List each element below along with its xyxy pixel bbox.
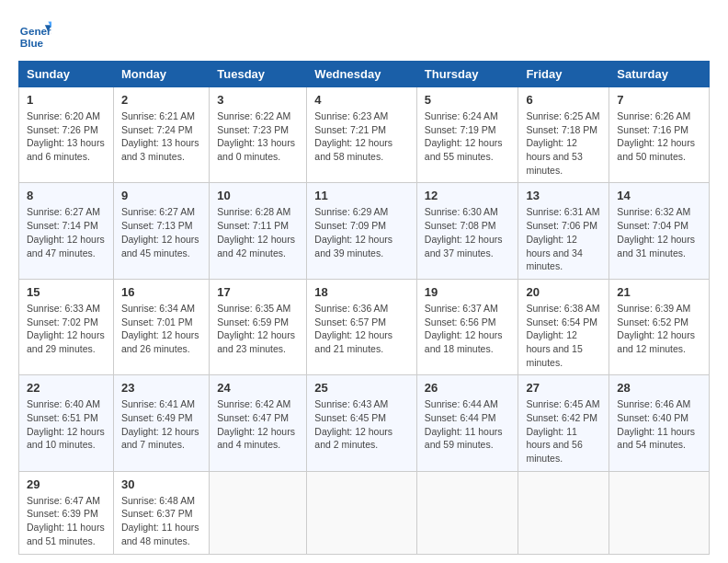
calendar-cell: 11Sunrise: 6:29 AMSunset: 7:09 PMDayligh…	[307, 183, 417, 279]
calendar-cell	[416, 471, 518, 554]
day-info: Sunrise: 6:39 AMSunset: 6:52 PMDaylight:…	[617, 302, 701, 356]
day-number: 12	[425, 189, 511, 202]
day-number: 2	[121, 93, 201, 107]
column-header-monday: Monday	[113, 62, 209, 87]
calendar-cell	[609, 471, 710, 554]
day-number: 15	[27, 285, 106, 299]
day-info: Sunrise: 6:48 AMSunset: 6:37 PMDaylight:…	[121, 494, 201, 548]
day-number: 11	[314, 189, 409, 202]
calendar-cell: 2Sunrise: 6:21 AMSunset: 7:24 PMDaylight…	[113, 87, 209, 183]
day-number: 29	[27, 477, 106, 491]
logo-icon: General Blue	[18, 18, 51, 52]
day-number: 14	[617, 189, 701, 202]
day-info: Sunrise: 6:40 AMSunset: 6:51 PMDaylight:…	[27, 397, 106, 452]
day-info: Sunrise: 6:27 AMSunset: 7:14 PMDaylight:…	[27, 205, 106, 259]
day-info: Sunrise: 6:33 AMSunset: 7:02 PMDaylight:…	[27, 302, 106, 356]
day-number: 19	[425, 285, 511, 299]
calendar-table: SundayMondayTuesdayWednesdayThursdayFrid…	[18, 61, 710, 555]
calendar-cell: 23Sunrise: 6:41 AMSunset: 6:49 PMDayligh…	[113, 375, 209, 471]
day-number: 21	[617, 285, 701, 299]
day-number: 5	[425, 93, 511, 107]
day-info: Sunrise: 6:25 AMSunset: 7:18 PMDaylight:…	[526, 109, 601, 177]
day-info: Sunrise: 6:45 AMSunset: 6:42 PMDaylight:…	[526, 397, 601, 465]
calendar-cell: 19Sunrise: 6:37 AMSunset: 6:56 PMDayligh…	[416, 279, 518, 374]
day-info: Sunrise: 6:31 AMSunset: 7:06 PMDaylight:…	[526, 205, 601, 272]
day-number: 6	[526, 93, 601, 107]
calendar-cell: 26Sunrise: 6:44 AMSunset: 6:44 PMDayligh…	[416, 375, 518, 471]
calendar-cell: 22Sunrise: 6:40 AMSunset: 6:51 PMDayligh…	[19, 375, 114, 471]
calendar-cell: 13Sunrise: 6:31 AMSunset: 7:06 PMDayligh…	[518, 183, 609, 279]
day-number: 18	[314, 285, 409, 299]
calendar-cell: 10Sunrise: 6:28 AMSunset: 7:11 PMDayligh…	[210, 183, 307, 279]
day-info: Sunrise: 6:38 AMSunset: 6:54 PMDaylight:…	[526, 302, 601, 369]
day-info: Sunrise: 6:37 AMSunset: 6:56 PMDaylight:…	[425, 302, 511, 356]
calendar-header: SundayMondayTuesdayWednesdayThursdayFrid…	[19, 62, 710, 87]
calendar-week-3: 15Sunrise: 6:33 AMSunset: 7:02 PMDayligh…	[19, 279, 710, 374]
day-number: 8	[27, 189, 106, 202]
day-info: Sunrise: 6:36 AMSunset: 6:57 PMDaylight:…	[314, 302, 409, 356]
calendar-cell: 9Sunrise: 6:27 AMSunset: 7:13 PMDaylight…	[113, 183, 209, 279]
column-header-saturday: Saturday	[609, 62, 710, 87]
calendar-cell: 12Sunrise: 6:30 AMSunset: 7:08 PMDayligh…	[416, 183, 518, 279]
day-number: 13	[526, 189, 601, 202]
day-info: Sunrise: 6:42 AMSunset: 6:47 PMDaylight:…	[217, 397, 299, 452]
calendar-cell	[518, 471, 609, 554]
day-number: 9	[121, 189, 201, 202]
day-info: Sunrise: 6:41 AMSunset: 6:49 PMDaylight:…	[121, 397, 201, 452]
day-number: 3	[217, 93, 299, 107]
day-info: Sunrise: 6:29 AMSunset: 7:09 PMDaylight:…	[314, 205, 409, 259]
column-header-friday: Friday	[518, 62, 609, 87]
calendar-cell: 8Sunrise: 6:27 AMSunset: 7:14 PMDaylight…	[19, 183, 114, 279]
day-info: Sunrise: 6:46 AMSunset: 6:40 PMDaylight:…	[617, 397, 701, 452]
column-header-wednesday: Wednesday	[307, 62, 417, 87]
column-header-thursday: Thursday	[416, 62, 518, 87]
day-number: 23	[121, 381, 201, 395]
calendar-cell: 4Sunrise: 6:23 AMSunset: 7:21 PMDaylight…	[307, 87, 417, 183]
calendar-cell	[307, 471, 417, 554]
calendar-cell: 20Sunrise: 6:38 AMSunset: 6:54 PMDayligh…	[518, 279, 609, 374]
day-info: Sunrise: 6:32 AMSunset: 7:04 PMDaylight:…	[617, 205, 701, 259]
day-number: 10	[217, 189, 299, 202]
day-number: 4	[314, 93, 409, 107]
day-info: Sunrise: 6:23 AMSunset: 7:21 PMDaylight:…	[314, 109, 409, 164]
column-header-sunday: Sunday	[19, 62, 114, 87]
calendar-cell: 6Sunrise: 6:25 AMSunset: 7:18 PMDaylight…	[518, 87, 609, 183]
day-number: 7	[617, 93, 701, 107]
calendar-cell: 28Sunrise: 6:46 AMSunset: 6:40 PMDayligh…	[609, 375, 710, 471]
day-number: 16	[121, 285, 201, 299]
calendar-cell: 15Sunrise: 6:33 AMSunset: 7:02 PMDayligh…	[19, 279, 114, 374]
day-info: Sunrise: 6:28 AMSunset: 7:11 PMDaylight:…	[217, 205, 299, 259]
day-info: Sunrise: 6:43 AMSunset: 6:45 PMDaylight:…	[314, 397, 409, 452]
calendar-week-1: 1Sunrise: 6:20 AMSunset: 7:26 PMDaylight…	[19, 87, 710, 183]
day-info: Sunrise: 6:20 AMSunset: 7:26 PMDaylight:…	[27, 109, 106, 164]
day-info: Sunrise: 6:34 AMSunset: 7:01 PMDaylight:…	[121, 302, 201, 356]
calendar-cell: 21Sunrise: 6:39 AMSunset: 6:52 PMDayligh…	[609, 279, 710, 374]
logo: General Blue	[18, 18, 55, 52]
day-info: Sunrise: 6:47 AMSunset: 6:39 PMDaylight:…	[27, 494, 106, 548]
day-info: Sunrise: 6:30 AMSunset: 7:08 PMDaylight:…	[425, 205, 511, 259]
calendar-cell: 24Sunrise: 6:42 AMSunset: 6:47 PMDayligh…	[210, 375, 307, 471]
calendar-cell: 17Sunrise: 6:35 AMSunset: 6:59 PMDayligh…	[210, 279, 307, 374]
day-number: 27	[526, 381, 601, 395]
calendar-cell: 3Sunrise: 6:22 AMSunset: 7:23 PMDaylight…	[210, 87, 307, 183]
calendar-week-5: 29Sunrise: 6:47 AMSunset: 6:39 PMDayligh…	[19, 471, 710, 554]
day-number: 22	[27, 381, 106, 395]
calendar-cell: 5Sunrise: 6:24 AMSunset: 7:19 PMDaylight…	[416, 87, 518, 183]
calendar-cell	[210, 471, 307, 554]
svg-text:Blue: Blue	[20, 37, 44, 49]
day-info: Sunrise: 6:27 AMSunset: 7:13 PMDaylight:…	[121, 205, 201, 259]
calendar-cell: 1Sunrise: 6:20 AMSunset: 7:26 PMDaylight…	[19, 87, 114, 183]
day-number: 17	[217, 285, 299, 299]
day-number: 30	[121, 477, 201, 491]
day-info: Sunrise: 6:35 AMSunset: 6:59 PMDaylight:…	[217, 302, 299, 356]
day-info: Sunrise: 6:21 AMSunset: 7:24 PMDaylight:…	[121, 109, 201, 164]
day-number: 25	[314, 381, 409, 395]
calendar-cell: 16Sunrise: 6:34 AMSunset: 7:01 PMDayligh…	[113, 279, 209, 374]
calendar-cell: 18Sunrise: 6:36 AMSunset: 6:57 PMDayligh…	[307, 279, 417, 374]
calendar-cell: 25Sunrise: 6:43 AMSunset: 6:45 PMDayligh…	[307, 375, 417, 471]
calendar-cell: 30Sunrise: 6:48 AMSunset: 6:37 PMDayligh…	[113, 471, 209, 554]
day-number: 28	[617, 381, 701, 395]
calendar-cell: 27Sunrise: 6:45 AMSunset: 6:42 PMDayligh…	[518, 375, 609, 471]
day-number: 26	[425, 381, 511, 395]
calendar-week-4: 22Sunrise: 6:40 AMSunset: 6:51 PMDayligh…	[19, 375, 710, 471]
